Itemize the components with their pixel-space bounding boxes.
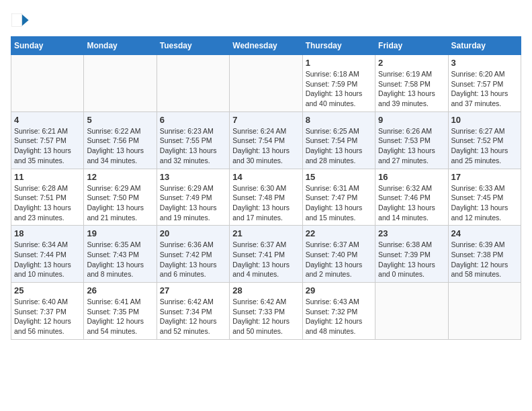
calendar-cell: 8Sunrise: 6:25 AM Sunset: 7:54 PM Daylig… — [302, 111, 375, 169]
calendar-table: SundayMondayTuesdayWednesdayThursdayFrid… — [11, 36, 521, 340]
day-number: 18 — [14, 228, 81, 238]
calendar-cell: 29Sunrise: 6:43 AM Sunset: 7:32 PM Dayli… — [302, 283, 375, 340]
weekday-header: Tuesday — [157, 37, 229, 55]
calendar-cell — [448, 283, 521, 340]
logo — [11, 11, 32, 30]
calendar-header-row: SundayMondayTuesdayWednesdayThursdayFrid… — [11, 37, 521, 55]
day-info: Sunrise: 6:38 AM Sunset: 7:39 PM Dayligh… — [378, 240, 445, 279]
calendar-cell: 16Sunrise: 6:32 AM Sunset: 7:46 PM Dayli… — [375, 169, 448, 226]
day-number: 4 — [14, 115, 81, 125]
weekday-header: Monday — [84, 37, 157, 55]
day-number: 5 — [87, 115, 153, 125]
day-info: Sunrise: 6:26 AM Sunset: 7:53 PM Dayligh… — [378, 126, 445, 166]
day-number: 15 — [306, 172, 372, 182]
day-info: Sunrise: 6:42 AM Sunset: 7:34 PM Dayligh… — [160, 297, 226, 336]
day-number: 3 — [451, 58, 518, 68]
calendar-cell — [11, 55, 84, 112]
day-number: 24 — [451, 228, 518, 238]
calendar-cell — [84, 55, 157, 112]
calendar-cell: 12Sunrise: 6:29 AM Sunset: 7:50 PM Dayli… — [84, 169, 157, 226]
day-info: Sunrise: 6:37 AM Sunset: 7:40 PM Dayligh… — [306, 240, 372, 279]
calendar-cell: 4Sunrise: 6:21 AM Sunset: 7:57 PM Daylig… — [11, 111, 84, 169]
day-info: Sunrise: 6:33 AM Sunset: 7:45 PM Dayligh… — [451, 183, 518, 223]
day-info: Sunrise: 6:18 AM Sunset: 7:59 PM Dayligh… — [306, 69, 372, 109]
calendar-cell: 20Sunrise: 6:36 AM Sunset: 7:42 PM Dayli… — [157, 226, 229, 283]
calendar-cell: 17Sunrise: 6:33 AM Sunset: 7:45 PM Dayli… — [448, 169, 521, 226]
day-number: 20 — [160, 228, 226, 238]
weekday-header: Thursday — [302, 37, 375, 55]
day-number: 16 — [378, 172, 445, 182]
calendar-cell — [230, 55, 302, 112]
day-info: Sunrise: 6:22 AM Sunset: 7:56 PM Dayligh… — [87, 126, 153, 166]
calendar-cell: 9Sunrise: 6:26 AM Sunset: 7:53 PM Daylig… — [375, 111, 448, 169]
calendar-cell: 14Sunrise: 6:30 AM Sunset: 7:48 PM Dayli… — [230, 169, 302, 226]
day-number: 8 — [306, 115, 372, 125]
day-info: Sunrise: 6:30 AM Sunset: 7:48 PM Dayligh… — [232, 183, 299, 223]
calendar-cell: 26Sunrise: 6:41 AM Sunset: 7:35 PM Dayli… — [84, 283, 157, 340]
day-number: 27 — [160, 285, 226, 295]
day-number: 2 — [378, 58, 445, 68]
day-number: 7 — [232, 115, 299, 125]
day-number: 9 — [378, 115, 445, 125]
calendar-cell: 13Sunrise: 6:29 AM Sunset: 7:49 PM Dayli… — [157, 169, 229, 226]
day-info: Sunrise: 6:39 AM Sunset: 7:38 PM Dayligh… — [451, 240, 518, 279]
calendar-cell: 22Sunrise: 6:37 AM Sunset: 7:40 PM Dayli… — [302, 226, 375, 283]
calendar-cell: 28Sunrise: 6:42 AM Sunset: 7:33 PM Dayli… — [230, 283, 302, 340]
day-info: Sunrise: 6:34 AM Sunset: 7:44 PM Dayligh… — [14, 240, 81, 279]
day-number: 26 — [87, 285, 153, 295]
calendar-cell: 23Sunrise: 6:38 AM Sunset: 7:39 PM Dayli… — [375, 226, 448, 283]
day-info: Sunrise: 6:21 AM Sunset: 7:57 PM Dayligh… — [14, 126, 81, 166]
calendar-cell: 3Sunrise: 6:20 AM Sunset: 7:57 PM Daylig… — [448, 55, 521, 112]
weekday-header: Saturday — [448, 37, 521, 55]
day-number: 11 — [14, 172, 81, 182]
calendar-cell: 6Sunrise: 6:23 AM Sunset: 7:55 PM Daylig… — [157, 111, 229, 169]
calendar-cell: 27Sunrise: 6:42 AM Sunset: 7:34 PM Dayli… — [157, 283, 229, 340]
calendar-cell: 25Sunrise: 6:40 AM Sunset: 7:37 PM Dayli… — [11, 283, 84, 340]
day-info: Sunrise: 6:31 AM Sunset: 7:47 PM Dayligh… — [306, 183, 372, 223]
svg-rect-2 — [11, 13, 21, 27]
calendar-cell: 18Sunrise: 6:34 AM Sunset: 7:44 PM Dayli… — [11, 226, 84, 283]
calendar-cell: 11Sunrise: 6:28 AM Sunset: 7:51 PM Dayli… — [11, 169, 84, 226]
day-number: 22 — [306, 228, 372, 238]
calendar-cell: 15Sunrise: 6:31 AM Sunset: 7:47 PM Dayli… — [302, 169, 375, 226]
calendar-cell: 19Sunrise: 6:35 AM Sunset: 7:43 PM Dayli… — [84, 226, 157, 283]
day-number: 10 — [451, 115, 518, 125]
day-info: Sunrise: 6:27 AM Sunset: 7:52 PM Dayligh… — [451, 126, 518, 166]
day-number: 14 — [232, 172, 299, 182]
day-info: Sunrise: 6:32 AM Sunset: 7:46 PM Dayligh… — [378, 183, 445, 223]
calendar-cell: 1Sunrise: 6:18 AM Sunset: 7:59 PM Daylig… — [302, 55, 375, 112]
calendar-week-row: 4Sunrise: 6:21 AM Sunset: 7:57 PM Daylig… — [11, 111, 521, 169]
day-info: Sunrise: 6:29 AM Sunset: 7:49 PM Dayligh… — [160, 183, 226, 223]
day-number: 28 — [232, 285, 299, 295]
day-number: 21 — [232, 228, 299, 238]
day-info: Sunrise: 6:29 AM Sunset: 7:50 PM Dayligh… — [87, 183, 153, 223]
day-info: Sunrise: 6:35 AM Sunset: 7:43 PM Dayligh… — [87, 240, 153, 279]
day-number: 23 — [378, 228, 445, 238]
calendar-cell: 21Sunrise: 6:37 AM Sunset: 7:41 PM Dayli… — [230, 226, 302, 283]
weekday-header: Sunday — [11, 37, 84, 55]
calendar-week-row: 1Sunrise: 6:18 AM Sunset: 7:59 PM Daylig… — [11, 55, 521, 112]
calendar-week-row: 11Sunrise: 6:28 AM Sunset: 7:51 PM Dayli… — [11, 169, 521, 226]
day-number: 25 — [14, 285, 81, 295]
calendar-cell — [157, 55, 229, 112]
day-info: Sunrise: 6:40 AM Sunset: 7:37 PM Dayligh… — [14, 297, 81, 336]
day-number: 13 — [160, 172, 226, 182]
day-info: Sunrise: 6:43 AM Sunset: 7:32 PM Dayligh… — [306, 297, 372, 336]
day-info: Sunrise: 6:23 AM Sunset: 7:55 PM Dayligh… — [160, 126, 226, 166]
day-info: Sunrise: 6:19 AM Sunset: 7:58 PM Dayligh… — [378, 69, 445, 109]
calendar-cell: 7Sunrise: 6:24 AM Sunset: 7:54 PM Daylig… — [230, 111, 302, 169]
day-number: 17 — [451, 172, 518, 182]
calendar-cell: 24Sunrise: 6:39 AM Sunset: 7:38 PM Dayli… — [448, 226, 521, 283]
weekday-header: Wednesday — [230, 37, 302, 55]
day-info: Sunrise: 6:41 AM Sunset: 7:35 PM Dayligh… — [87, 297, 153, 336]
weekday-header: Friday — [375, 37, 448, 55]
day-info: Sunrise: 6:28 AM Sunset: 7:51 PM Dayligh… — [14, 183, 81, 223]
day-info: Sunrise: 6:36 AM Sunset: 7:42 PM Dayligh… — [160, 240, 226, 279]
day-number: 6 — [160, 115, 226, 125]
day-info: Sunrise: 6:20 AM Sunset: 7:57 PM Dayligh… — [451, 69, 518, 109]
day-number: 19 — [87, 228, 153, 238]
calendar-week-row: 25Sunrise: 6:40 AM Sunset: 7:37 PM Dayli… — [11, 283, 521, 340]
day-info: Sunrise: 6:42 AM Sunset: 7:33 PM Dayligh… — [232, 297, 299, 336]
page-header — [11, 11, 521, 30]
day-number: 29 — [306, 285, 372, 295]
